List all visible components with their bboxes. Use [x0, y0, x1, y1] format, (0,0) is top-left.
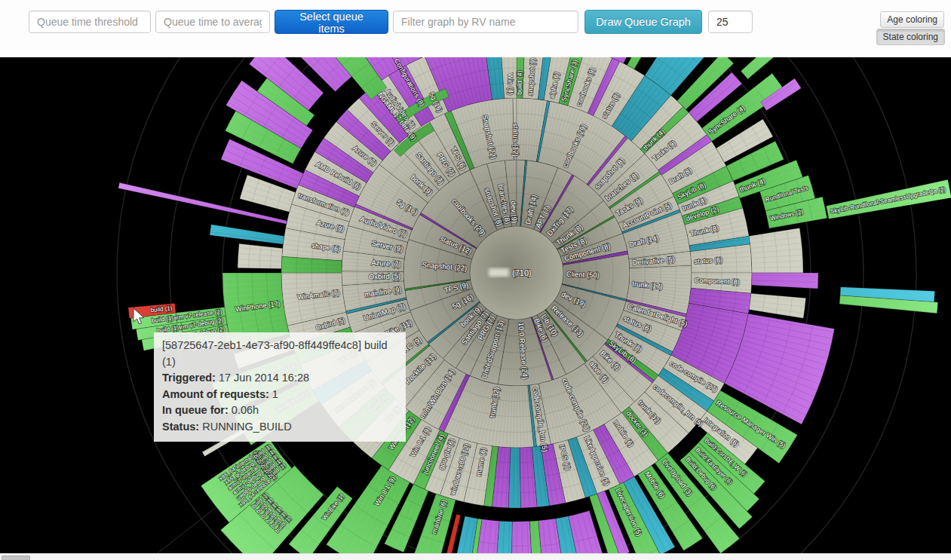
draw-queue-graph-button[interactable]: Draw Queue Graph	[584, 10, 702, 34]
sunburst-chart[interactable]: (710)dev (9)Draft (14)APT (7)DxTrig (17)…	[0, 57, 951, 553]
sunburst-svg: (710)dev (9)Draft (14)APT (7)DxTrig (17)…	[0, 57, 951, 553]
tooltip-row: Triggered: 17 Jun 2014 16:28	[162, 370, 397, 387]
queue-item-tooltip: [58725647-2eb1-4e73-af90-8ff449ffe4c8] b…	[154, 332, 406, 442]
svg-text:build (4): build (4)	[515, 70, 523, 95]
svg-text:status (12): status (12)	[511, 123, 520, 157]
tooltip-row: Amount of requests: 1	[162, 387, 397, 403]
age-coloring-button[interactable]: Age coloring	[880, 11, 944, 28]
tooltip-row: Status: RUNNING_BUILD	[162, 419, 397, 436]
tooltip-row: In queue for: 0.06h	[162, 402, 397, 419]
horizontal-scrollbar[interactable]	[0, 553, 951, 560]
filter-graph-input[interactable]	[393, 11, 578, 33]
queue-time-threshold-input[interactable]	[29, 11, 151, 33]
svg-text:(710): (710)	[512, 268, 532, 277]
toolbar: Select queue items Draw Queue Graph Age …	[0, 0, 951, 57]
queue-time-average-input[interactable]	[155, 11, 270, 33]
items-count-input[interactable]	[708, 11, 753, 33]
svg-text:Win (4): Win (4)	[506, 73, 514, 95]
svg-text:Client (50): Client (50)	[566, 270, 600, 280]
queue-graph-page: Select queue items Draw Queue Graph Age …	[0, 0, 951, 560]
state-coloring-button[interactable]: State coloring	[876, 29, 945, 45]
queue-sunburst-canvas[interactable]: (710)dev (9)Draft (14)APT (7)DxTrig (17)…	[0, 57, 951, 553]
svg-text:Oxbird (5): Oxbird (5)	[369, 271, 401, 280]
scrollbar-thumb[interactable]	[2, 555, 30, 560]
select-queue-items-button[interactable]: Select queue items	[275, 10, 388, 34]
mouse-cursor-icon	[131, 308, 148, 326]
tooltip-title: [58725647-2eb1-4e73-af90-8ff449ffe4c8] b…	[162, 338, 397, 370]
